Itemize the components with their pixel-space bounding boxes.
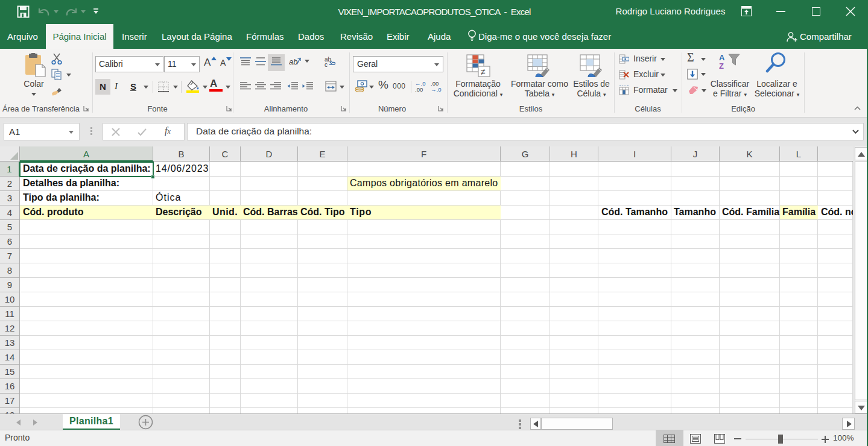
svg-text:A: A	[719, 53, 725, 62]
svg-text:c: c	[325, 61, 328, 67]
svg-text:ab: ab	[289, 57, 297, 66]
svg-text:Z: Z	[719, 61, 724, 69]
svg-text:→.0: →.0	[431, 86, 441, 92]
svg-text:.00: .00	[415, 86, 423, 92]
svg-text:≠: ≠	[481, 67, 486, 77]
